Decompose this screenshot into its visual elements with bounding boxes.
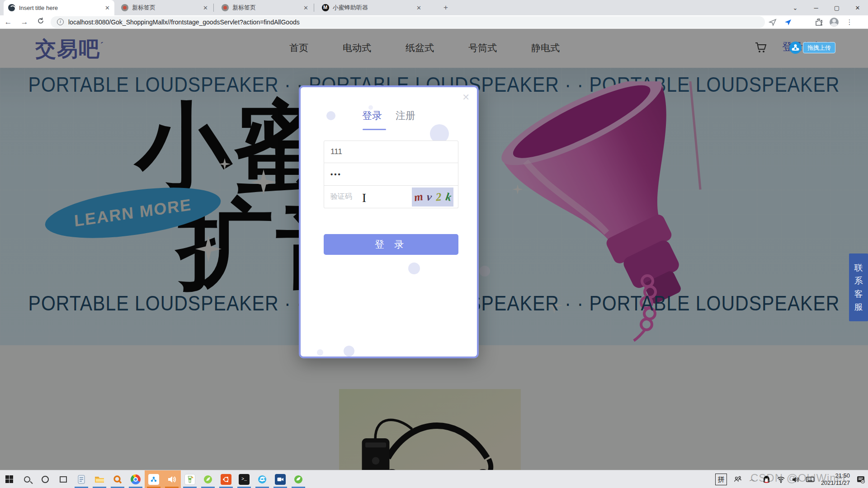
tab-close-icon[interactable]: ✕ [100,5,110,11]
login-submit-button[interactable]: 登 录 [324,234,458,255]
tab-title: 新标签页 [132,4,156,12]
username-field[interactable]: 111 [324,141,458,163]
browser-tab-active[interactable]: Insert title here ✕ [4,0,114,15]
window-controls: ⌄ ─ ▢ ✕ [785,0,868,15]
bokeh-decoration [317,349,323,356]
tab-favicon [222,4,229,11]
browser-tab-3[interactable]: 新标签页 ✕ [217,0,313,15]
spring-app-icon[interactable] [289,470,307,488]
page-info-icon[interactable]: i [57,19,64,25]
tab-divider [213,4,214,12]
tab-search-chevron-icon[interactable]: ⌄ [785,5,806,11]
browser-tab-4[interactable]: 小蜜蜂助听器 ✕ [317,0,426,15]
tab-close-icon[interactable]: ✕ [299,5,308,11]
tab-register[interactable]: 注册 [396,109,415,122]
browser-menu-icon[interactable]: ⋮ [842,18,857,26]
share-send-blue-icon[interactable] [780,18,796,26]
text-cursor: I [362,191,366,205]
svg-text:10: 10 [861,480,864,483]
browser-tab-2[interactable]: 新标签页 ✕ [117,0,212,15]
minimize-icon[interactable]: ─ [806,5,826,11]
back-icon[interactable]: ← [0,18,16,27]
profile-avatar[interactable] [826,18,842,27]
tab-title: 小蜜蜂助听器 [333,4,368,12]
ubuntu-app-icon[interactable] [217,470,235,488]
username-value: 111 [330,147,342,156]
ide-app-icon[interactable] [181,470,199,488]
active-tab-underline [363,129,386,130]
extensions-puzzle-icon[interactable] [811,18,826,26]
baidu-netdisk-app-icon[interactable] [145,470,163,488]
start-button[interactable] [0,470,18,488]
tab-title: 新标签页 [232,4,256,12]
tab-login[interactable]: 登录 [362,109,382,122]
service-char: 服 [854,303,863,311]
service-char: 系 [854,277,863,285]
notification-center-icon[interactable]: 10 [854,475,868,484]
customer-service-bar[interactable]: 联 系 客 服 [849,253,868,321]
password-field[interactable]: ••• [324,163,458,186]
modal-close-icon[interactable]: ✕ [462,92,470,103]
browser-tabstrip: Insert title here ✕ 新标签页 ✕ 新标签页 ✕ 小蜜蜂助听器… [0,0,868,15]
captcha-image[interactable]: m v 2 k [412,188,453,206]
browser-toolbar: ← → i localhost:8080/Gok_ShoppingMallx//… [0,15,868,29]
maximize-icon[interactable]: ▢ [826,5,847,11]
new-tab-button[interactable]: + [441,3,451,13]
tab-divider [314,4,314,12]
cortana-icon[interactable] [36,470,54,488]
tab-title: Insert title here [19,5,58,11]
service-char: 客 [854,290,863,298]
close-window-icon[interactable]: ✕ [847,5,868,11]
forward-icon[interactable]: → [16,18,33,27]
taskbar-search-icon[interactable] [18,470,36,488]
ime-indicator[interactable]: 拼 [715,474,727,485]
url-bar[interactable]: i localhost:8080/Gok_ShoppingMallx//fron… [51,16,765,28]
watermark: CSDN @OldWiner [750,472,847,484]
picpick-app-icon[interactable] [108,470,127,488]
bokeh-decoration [344,346,354,357]
drag-upload-label[interactable]: 拖拽上传 [803,42,835,53]
green-leaf-app-icon[interactable] [199,470,217,488]
url-text[interactable]: localhost:8080/Gok_ShoppingMallx//fronts… [68,19,300,26]
task-view-icon[interactable] [54,470,72,488]
netdisk-cloud-icon [789,42,802,54]
reload-icon[interactable] [33,17,49,27]
video-meeting-app-icon[interactable] [271,470,289,488]
service-char: 联 [854,263,863,272]
terminal-app-icon[interactable]: >_ [235,470,253,488]
file-explorer-icon[interactable] [90,470,108,488]
captcha-field[interactable]: 验证码 m v 2 k [324,186,458,208]
captcha-placeholder: 验证码 [330,192,352,202]
drag-upload-widget[interactable]: 拖拽上传 [789,42,835,54]
chrome-app-icon[interactable] [127,470,145,488]
login-form-fields: 111 ••• 验证码 m v 2 k [324,141,458,208]
screen: Insert title here ✕ 新标签页 ✕ 新标签页 ✕ 小蜜蜂助听器… [0,0,868,488]
notepad-app-icon[interactable] [72,470,90,488]
tab-favicon [8,4,15,11]
volume-mixer-app-icon[interactable] [163,470,181,488]
taskbar: >_ 拼 ︿ 21:50 2021/11/27 [0,470,868,488]
bokeh-decoration [408,263,420,274]
ie-app-icon[interactable] [253,470,271,488]
login-modal: ✕ 登录 注册 111 ••• 验证码 m v 2 [299,85,479,358]
password-value: ••• [330,170,342,178]
tab-favicon [322,4,329,11]
tab-close-icon[interactable]: ✕ [412,5,421,11]
tab-favicon [121,4,128,11]
modal-tabs: 登录 注册 [301,109,477,122]
people-icon[interactable] [731,475,745,483]
send-icon[interactable] [765,18,780,26]
tab-close-icon[interactable]: ✕ [198,5,208,11]
